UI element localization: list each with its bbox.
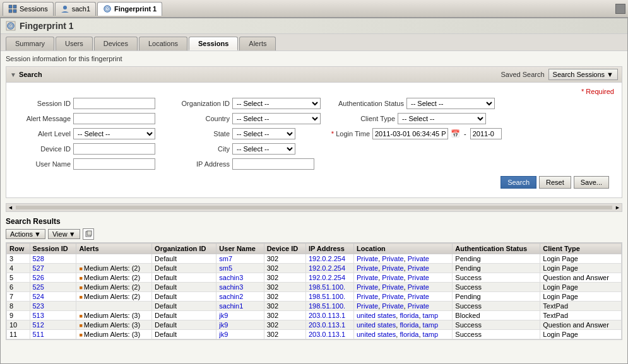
cell-location[interactable]: united states, florida, tamp xyxy=(353,320,452,330)
user-name-input[interactable] xyxy=(73,158,155,170)
table-row[interactable]: 6 525 ■Medium Alerts: (2) Default sachin… xyxy=(7,283,622,292)
cell-location[interactable]: Private, Private, Private xyxy=(353,264,452,273)
org-id-select[interactable]: -- Select -- xyxy=(232,98,321,109)
cell-ip-address[interactable]: 198.51.100. xyxy=(305,292,353,302)
cell-ip-address[interactable]: 203.0.113.1 xyxy=(305,311,353,320)
cell-session-id[interactable]: 528 xyxy=(30,254,76,264)
cell-user-name[interactable]: sm7 xyxy=(216,254,264,264)
ip-link[interactable]: 198.51.100. xyxy=(309,293,345,300)
location-link[interactable]: Private xyxy=(357,293,378,300)
location-link[interactable]: Private xyxy=(357,283,378,291)
tab-summary[interactable]: Summary xyxy=(6,37,54,50)
cell-ip-address[interactable]: 198.51.100. xyxy=(305,283,353,292)
auth-status-select[interactable]: -- Select -- xyxy=(406,98,495,109)
fingerprint1-title-tab[interactable]: Fingerprint 1 xyxy=(97,2,162,16)
scroll-left-btn[interactable]: ◄ xyxy=(6,204,15,211)
city-select[interactable]: -- Select -- xyxy=(232,143,295,155)
cell-location[interactable]: Private, Private, Private xyxy=(353,273,452,283)
cell-location[interactable]: Private, Private, Private xyxy=(353,292,452,302)
sach1-title-tab[interactable]: sach1 xyxy=(55,2,96,16)
client-type-select[interactable]: -- Select -- xyxy=(398,113,486,124)
table-row[interactable]: 9 513 ■Medium Alerts: (3) Default jk9 30… xyxy=(7,311,622,320)
location-link[interactable]: tamp xyxy=(423,331,438,338)
location-link[interactable]: Private xyxy=(382,302,403,310)
table-row[interactable]: 8 523 Default sachin1 302 198.51.100. Pr… xyxy=(7,302,622,311)
cell-user-name[interactable]: sachin1 xyxy=(216,302,264,311)
state-select[interactable]: -- Select -- xyxy=(232,128,295,139)
location-link[interactable]: Private xyxy=(382,255,403,262)
cell-session-id[interactable]: 524 xyxy=(30,292,76,302)
location-link[interactable]: Private xyxy=(382,274,403,281)
ip-link[interactable]: 203.0.113.1 xyxy=(309,321,345,329)
cell-session-id[interactable]: 526 xyxy=(30,273,76,283)
horizontal-scrollbar[interactable]: ◄ ► xyxy=(6,203,622,212)
location-link[interactable]: tamp xyxy=(423,312,438,319)
copy-button[interactable] xyxy=(83,228,94,240)
search-sessions-button[interactable]: Search Sessions ▼ xyxy=(548,69,618,80)
search-button[interactable]: Search xyxy=(501,176,536,189)
location-link[interactable]: Private xyxy=(408,274,429,281)
ip-link[interactable]: 198.51.100. xyxy=(309,302,345,310)
location-link[interactable]: Private xyxy=(357,255,378,262)
ip-link[interactable]: 192.0.2.254 xyxy=(309,255,345,262)
save-search-button[interactable]: Save... xyxy=(574,176,609,189)
location-link[interactable]: florida xyxy=(400,321,418,329)
location-link[interactable]: united states xyxy=(357,321,396,329)
tab-users[interactable]: Users xyxy=(56,37,93,50)
location-link[interactable]: Private xyxy=(382,293,403,300)
cell-user-name[interactable]: jk9 xyxy=(216,320,264,330)
login-time-end-input[interactable] xyxy=(470,128,502,139)
save-icon[interactable] xyxy=(615,4,625,14)
cell-location[interactable]: Private, Private, Private xyxy=(353,283,452,292)
location-link[interactable]: Private xyxy=(408,283,429,291)
table-row[interactable]: 4 527 ■Medium Alerts: (2) Default sm5 30… xyxy=(7,264,622,273)
tab-sessions[interactable]: Sessions xyxy=(189,37,238,50)
login-time-calendar-icon[interactable]: 📅 xyxy=(451,129,460,138)
view-button[interactable]: View ▼ xyxy=(48,229,80,239)
location-link[interactable]: florida xyxy=(400,331,418,338)
reset-button[interactable]: Reset xyxy=(539,176,571,189)
ip-link[interactable]: 203.0.113.1 xyxy=(309,331,345,338)
cell-session-id[interactable]: 527 xyxy=(30,264,76,273)
cell-location[interactable]: united states, florida, tamp xyxy=(353,330,452,339)
cell-ip-address[interactable]: 192.0.2.254 xyxy=(305,254,353,264)
ip-link[interactable]: 203.0.113.1 xyxy=(309,312,345,319)
cell-user-name[interactable]: jk9 xyxy=(216,330,264,339)
cell-session-id[interactable]: 513 xyxy=(30,311,76,320)
ip-link[interactable]: 192.0.2.254 xyxy=(309,274,345,281)
cell-ip-address[interactable]: 192.0.2.254 xyxy=(305,264,353,273)
table-row[interactable]: 10 512 ■Medium Alerts: (3) Default jk9 3… xyxy=(7,320,622,330)
tab-alerts[interactable]: Alerts xyxy=(239,37,276,50)
table-row[interactable]: 7 524 ■Medium Alerts: (2) Default sachin… xyxy=(7,292,622,302)
cell-user-name[interactable]: jk9 xyxy=(216,311,264,320)
session-id-input[interactable] xyxy=(73,98,155,109)
cell-session-id[interactable]: 523 xyxy=(30,302,76,311)
tab-devices[interactable]: Devices xyxy=(94,37,138,50)
location-link[interactable]: Private xyxy=(382,283,403,291)
location-link[interactable]: Private xyxy=(408,264,429,272)
cell-session-id[interactable]: 525 xyxy=(30,283,76,292)
location-link[interactable]: tamp xyxy=(423,321,438,329)
cell-session-id[interactable]: 512 xyxy=(30,320,76,330)
login-time-start-input[interactable] xyxy=(372,128,448,139)
table-row[interactable]: 11 511 ■Medium Alerts: (3) Default jk9 3… xyxy=(7,330,622,339)
alert-level-select[interactable]: -- Select -- xyxy=(73,128,155,139)
cell-ip-address[interactable]: 192.0.2.254 xyxy=(305,273,353,283)
tab-locations[interactable]: Locations xyxy=(139,37,187,50)
location-link[interactable]: Private xyxy=(408,255,429,262)
cell-user-name[interactable]: sm5 xyxy=(216,264,264,273)
location-link[interactable]: Private xyxy=(408,302,429,310)
location-link[interactable]: united states xyxy=(357,312,396,319)
scroll-right-btn[interactable]: ► xyxy=(613,204,622,211)
location-link[interactable]: Private xyxy=(357,264,378,272)
cell-location[interactable]: Private, Private, Private xyxy=(353,302,452,311)
location-link[interactable]: Private xyxy=(382,264,403,272)
ip-link[interactable]: 192.0.2.254 xyxy=(309,264,345,272)
cell-location[interactable]: united states, florida, tamp xyxy=(353,311,452,320)
cell-ip-address[interactable]: 198.51.100. xyxy=(305,302,353,311)
ip-link[interactable]: 198.51.100. xyxy=(309,283,345,291)
location-link[interactable]: Private xyxy=(408,293,429,300)
cell-ip-address[interactable]: 203.0.113.1 xyxy=(305,330,353,339)
cell-session-id[interactable]: 511 xyxy=(30,330,76,339)
alert-message-input[interactable] xyxy=(73,113,155,124)
